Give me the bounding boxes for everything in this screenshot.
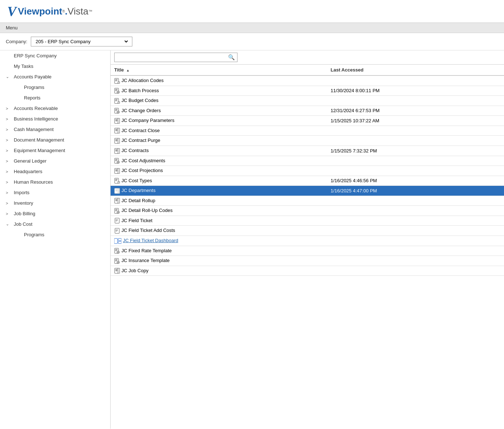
row-extra xyxy=(465,216,504,226)
col-title-header[interactable]: Title ▲ xyxy=(111,65,327,75)
col-accessed-header[interactable]: Last Accessed xyxy=(327,65,465,75)
svg-rect-62 xyxy=(118,181,120,183)
sidebar-scroll[interactable]: ERP Sync Company My Tasks⌄Accounts Payab… xyxy=(0,50,110,429)
row-title-jc-departments: JC Departments xyxy=(111,186,327,196)
row-accessed-jc-detail-rollup xyxy=(327,196,465,206)
table-row[interactable]: JC Contract Purge xyxy=(111,136,504,146)
table-row[interactable]: JC Detail Roll-Up Codes xyxy=(111,206,504,216)
chevron-none xyxy=(6,64,11,69)
sidebar-item-label: Job Billing xyxy=(14,211,35,216)
row-extra xyxy=(465,236,504,246)
sidebar-item-general-ledger[interactable]: >General Ledger xyxy=(0,156,110,166)
table-row[interactable]: JC Detail Rollup xyxy=(111,196,504,206)
row-accessed-jc-contract-close xyxy=(327,126,465,136)
table-row[interactable]: JC Change Orders12/31/2024 6:27:53 PM xyxy=(111,106,504,116)
sidebar-item-business-intelligence[interactable]: >Business Intelligence xyxy=(0,114,110,124)
table-row[interactable]: JC Budget Codes xyxy=(111,96,504,106)
sidebar-item-programs[interactable]: Programs xyxy=(0,82,110,93)
menu-bar-label: Menu xyxy=(6,25,18,30)
sidebar-item-erp-sync-company[interactable]: ERP Sync Company xyxy=(0,50,110,61)
sidebar-item-label: Accounts Payable xyxy=(14,74,51,79)
svg-point-80 xyxy=(118,212,119,213)
menu-bar[interactable]: Menu xyxy=(0,23,504,33)
chevron-right-icon: > xyxy=(6,117,11,121)
table-row[interactable]: JC Field Ticket xyxy=(111,216,504,226)
row-label-jc-cost-types: JC Cost Types xyxy=(121,178,152,183)
sidebar-item-accounts-receivable[interactable]: >Accounts Receivable xyxy=(0,103,110,114)
row-extra xyxy=(465,126,504,136)
table-row[interactable]: JC Fixed Rate Template xyxy=(111,246,504,256)
sidebar-item-label: My Tasks xyxy=(14,64,33,69)
table-row[interactable]: JC Company Parameters1/15/2025 10:37:22 … xyxy=(111,116,504,126)
svg-rect-33 xyxy=(118,128,120,133)
sidebar-item-label: General Ledger xyxy=(14,158,46,164)
row-accessed-jc-field-ticket-add-costs xyxy=(327,226,465,236)
table-row[interactable]: JC Contracts1/15/2025 7:32:32 PM xyxy=(111,146,504,156)
row-extra xyxy=(465,116,504,126)
search-input[interactable] xyxy=(117,55,228,60)
table-row[interactable]: JC Cost Types1/16/2025 4:46:56 PM xyxy=(111,176,504,186)
chevron-down-icon: ⌄ xyxy=(6,74,11,79)
row-link-jc-field-ticket-dashboard[interactable]: JC Field Ticket Dashboard xyxy=(123,238,178,243)
table-row[interactable]: JC Field Ticket Add Costs xyxy=(111,226,504,236)
table-row[interactable]: JC Insurance Template xyxy=(111,256,504,266)
sidebar-item-document-management[interactable]: >Document Management xyxy=(0,135,110,145)
sidebar-item-inventory[interactable]: >Inventory xyxy=(0,198,110,208)
table-row[interactable]: JC Batch Process11/30/2024 8:00:11 PM xyxy=(111,86,504,96)
row-extra xyxy=(465,106,504,116)
sidebar-item-cash-management[interactable]: >Cash Management xyxy=(0,124,110,135)
logo-viewpoint-vista: Viewpoint®.Vista™ xyxy=(18,7,92,16)
row-title-jc-company-parameters: JC Company Parameters xyxy=(111,116,327,126)
right-panel: 🔍 Title ▲ Last Accessed xyxy=(111,50,504,429)
row-accessed-jc-contract-purge xyxy=(327,136,465,146)
sidebar-item-human-resources[interactable]: >Human Resources xyxy=(0,177,110,187)
row-accessed-jc-change-orders: 12/31/2024 6:27:53 PM xyxy=(327,106,465,116)
row-accessed-jc-cost-types: 1/16/2025 4:46:56 PM xyxy=(327,176,465,186)
row-accessed-jc-field-ticket xyxy=(327,216,465,226)
table-row[interactable]: JC Allocation Codes xyxy=(111,75,504,86)
sidebar-item-label: Business Intelligence xyxy=(14,116,58,122)
chevron-right-icon: > xyxy=(6,106,11,111)
company-dropdown[interactable]: 205 - ERP Sync Company xyxy=(34,38,129,45)
sidebar-item-job-cost[interactable]: ⌄Job Cost xyxy=(0,219,110,229)
sidebar-item-job-billing[interactable]: >Job Billing xyxy=(0,208,110,219)
row-accessed-jc-field-ticket-dashboard xyxy=(327,236,465,246)
chevron-right-icon: > xyxy=(6,180,11,184)
sidebar-item-accounts-payable[interactable]: ⌄Accounts Payable xyxy=(0,72,110,82)
row-accessed-jc-contracts: 1/15/2025 7:32:32 PM xyxy=(327,146,465,156)
row-accessed-jc-cost-projections xyxy=(327,166,465,176)
logo-vista-label: Vista xyxy=(67,6,88,17)
row-label-jc-contract-close: JC Contract Close xyxy=(121,128,160,133)
table-row[interactable]: JC Departments1/16/2025 4:47:00 PM xyxy=(111,186,504,196)
table-row[interactable]: JC Job Copy xyxy=(111,266,504,276)
svg-rect-15 xyxy=(118,102,120,103)
row-extra xyxy=(465,176,504,186)
row-title-jc-fixed-rate-template: JC Fixed Rate Template xyxy=(111,246,327,256)
row-title-jc-field-ticket-add-costs: JC Field Ticket Add Costs xyxy=(111,226,327,236)
row-title-jc-contract-close: JC Contract Close xyxy=(111,126,327,136)
row-label-jc-fixed-rate-template: JC Fixed Rate Template xyxy=(121,248,172,253)
row-label-jc-detail-rollup: JC Detail Rollup xyxy=(121,198,155,203)
sidebar-item-imports[interactable]: >Imports xyxy=(0,187,110,198)
sidebar-item-my-tasks[interactable]: My Tasks xyxy=(0,61,110,72)
table-header-row: Title ▲ Last Accessed xyxy=(111,65,504,75)
table-row[interactable]: JC Field Ticket Dashboard xyxy=(111,236,504,246)
sidebar-item-label: Programs xyxy=(24,232,44,237)
table-row[interactable]: JC Cost Adjustments xyxy=(111,156,504,166)
sidebar-item-headquarters[interactable]: >Headquarters xyxy=(0,166,110,177)
company-label: Company: xyxy=(6,39,27,44)
svg-rect-39 xyxy=(118,138,120,143)
sidebar-item-jc-programs[interactable]: Programs xyxy=(0,229,110,240)
row-accessed-jc-detail-rollup-codes xyxy=(327,206,465,216)
svg-point-103 xyxy=(118,262,119,262)
row-title-jc-job-copy: JC Job Copy xyxy=(111,266,327,276)
company-select[interactable]: 205 - ERP Sync Company xyxy=(31,37,132,46)
table-row[interactable]: JC Cost Projections xyxy=(111,166,504,176)
chevron-down-icon: ⌄ xyxy=(6,222,11,226)
sidebar-item-reports[interactable]: Reports xyxy=(0,93,110,103)
table-row[interactable]: JC Contract Close xyxy=(111,126,504,136)
row-label-jc-contract-purge: JC Contract Purge xyxy=(121,138,160,143)
logo-reg-icon: ® xyxy=(62,9,65,13)
sidebar-item-equipment-management[interactable]: >Equipment Management xyxy=(0,145,110,156)
col-extra-header xyxy=(465,65,504,75)
